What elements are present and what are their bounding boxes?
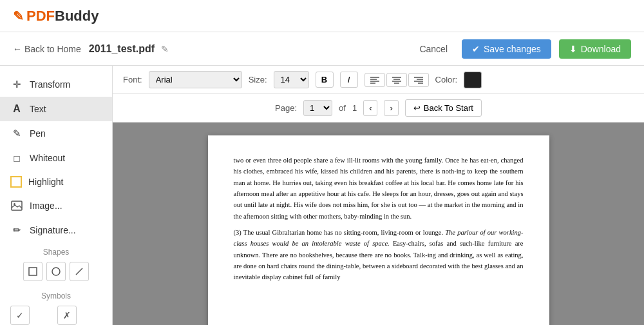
sidebar-item-image[interactable]: Image... [0,193,112,218]
pdf-viewer[interactable]: Page: 1 of 1 ‹ › ↩ Back To Start two or … [113,94,644,325]
text-icon: A [10,103,23,115]
svg-line-4 [76,268,82,275]
download-icon: ⬇ [569,44,577,54]
shape-line-button[interactable] [70,262,89,281]
sidebar-label-image: Image... [30,201,62,211]
sidebar-label-pen: Pen [30,128,46,139]
page-navigation: Page: 1 of 1 ‹ › ↩ Back To Start [113,94,644,123]
symbols-grid: ✓ ✗ ← → ↑ ↓ 👍 👎 [0,303,112,325]
logo-icon: ✎ [13,8,24,24]
sidebar-item-text[interactable]: A Text [0,97,112,121]
italic-button[interactable]: I [340,72,358,88]
align-center-button[interactable] [386,73,407,87]
align-group [365,73,429,87]
save-changes-button[interactable]: ✔ Save changes [462,39,551,59]
image-icon [10,199,23,212]
transform-icon: ✛ [10,78,23,91]
next-page-button[interactable]: › [384,100,398,116]
save-check-icon: ✔ [472,44,480,54]
shape-rect-button[interactable] [23,262,43,281]
sidebar-item-pen[interactable]: ✎ Pen [0,121,112,146]
main-layout: ✛ Transform A Text ✎ Pen □ Whiteout High… [0,66,644,325]
of-label: of [339,103,346,113]
sidebar-item-highlight[interactable]: Highlight [0,170,112,193]
edit-filename-button[interactable]: ✎ [158,43,171,55]
shape-circle-button[interactable] [46,262,66,281]
svg-point-3 [52,268,60,275]
header: ✎ PDFBuddy [0,0,644,32]
toolbar-bar: ← Back to Home 2011_test.pdf ✎ Cancel ✔ … [0,32,644,66]
pdf-page-container: two or even three old people share a few… [113,123,644,325]
font-select[interactable]: Arial Times New Roman Courier Georgia Ve… [149,71,242,88]
sidebar-label-highlight: Highlight [28,177,63,187]
pdf-text-content: two or even three old people share a few… [234,155,524,282]
content-area: Font: Arial Times New Roman Courier Geor… [113,66,644,325]
logo-buddy: Buddy [55,8,99,25]
symbols-title: Symbols [0,286,112,303]
font-label: Font: [123,75,142,84]
sidebar-label-whiteout: Whiteout [30,153,65,163]
sidebar-item-transform[interactable]: ✛ Transform [0,72,112,97]
sidebar-label-text: Text [30,104,46,114]
signature-icon: ✏ [10,224,23,237]
back-to-start-icon: ↩ [413,103,421,113]
filename-text: 2011_test.pdf [89,43,155,55]
symbol-cross-button[interactable]: ✗ [57,306,77,325]
align-left-button[interactable] [365,73,385,87]
shapes-title: Shapes [0,242,112,259]
bold-button[interactable]: B [316,72,334,88]
align-right-button[interactable] [408,73,429,87]
download-button[interactable]: ⬇ Download [559,39,631,59]
pen-icon: ✎ [10,127,23,140]
sidebar-label-transform: Transform [30,79,70,90]
sidebar-item-signature[interactable]: ✏ Signature... [0,218,112,242]
highlight-icon [10,176,22,188]
download-label: Download [581,44,621,54]
svg-point-1 [14,203,15,205]
cancel-button[interactable]: Cancel [413,40,454,58]
text-formatting-toolbar: Font: Arial Times New Roman Courier Geor… [113,66,644,94]
svg-rect-2 [29,268,37,275]
size-label: Size: [249,75,267,84]
page-label: Page: [275,103,297,113]
prev-page-button[interactable]: ‹ [363,100,377,116]
total-pages: 1 [352,103,357,113]
sidebar-item-whiteout[interactable]: □ Whiteout [0,146,112,170]
sidebar-label-signature: Signature... [30,225,76,235]
back-to-start-label: Back To Start [424,103,473,113]
symbol-check-button[interactable]: ✓ [10,306,30,325]
color-picker[interactable] [464,72,482,88]
shapes-row [0,259,112,286]
whiteout-icon: □ [10,152,23,164]
sidebar: ✛ Transform A Text ✎ Pen □ Whiteout High… [0,66,113,325]
back-home-link[interactable]: ← Back to Home [13,44,81,54]
save-label: Save changes [484,44,541,54]
back-to-start-button[interactable]: ↩ Back To Start [405,99,482,117]
logo-pdf: PDF [26,8,55,25]
pdf-paragraph-1: two or even three old people share a few… [234,155,524,222]
pdf-page: two or even three old people share a few… [208,135,549,325]
pdf-paragraph-2: (3) The usual Gibraltarian home has no s… [234,227,524,283]
filename-area: 2011_test.pdf ✎ [89,43,406,55]
color-label: Color: [435,75,458,84]
size-select[interactable]: 8 10 12 14 16 18 20 24 [274,71,309,88]
page-select[interactable]: 1 [303,100,332,116]
svg-rect-0 [12,201,22,210]
logo: ✎ PDFBuddy [13,8,99,25]
